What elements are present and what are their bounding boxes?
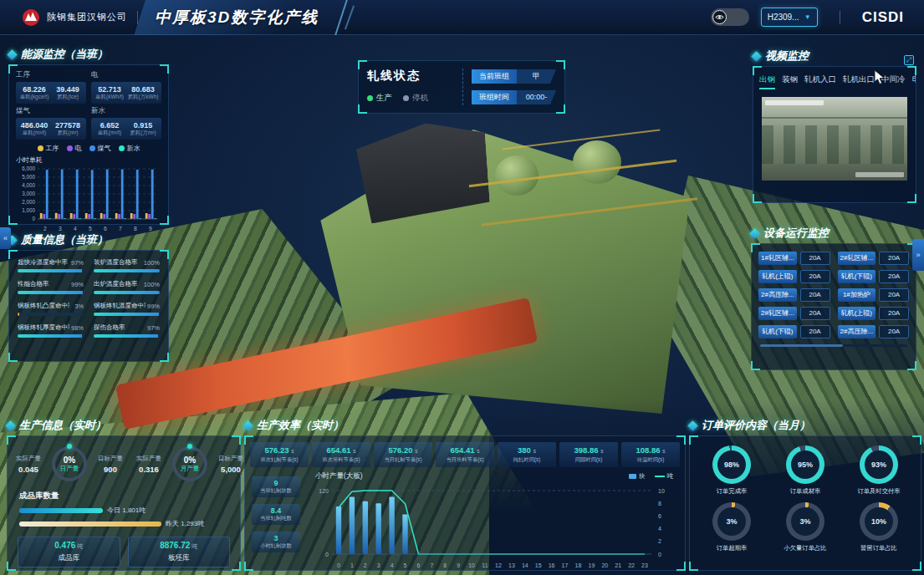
- efficiency-body: 9当班轧制块数8.4当班轧制吨数3小时轧制块数 小时产量(大板) 块吨 1200…: [245, 467, 685, 575]
- hourly-output-chart: 1200108642001234567891011121314151617181…: [304, 481, 682, 575]
- actual-output: 实际产量 0.316: [130, 455, 168, 474]
- energy-value-col: 68.226单耗(kgce/t): [18, 85, 51, 101]
- scrollbar-thumb[interactable]: [760, 344, 843, 347]
- ring-percent: 0%: [55, 455, 84, 465]
- energy-value-col: 277578累耗(m³): [51, 121, 84, 137]
- camera-tab-6[interactable]: 电加热: [912, 74, 916, 89]
- stat-value: 380 s: [498, 445, 556, 455]
- camera-tab-5[interactable]: 中间冷: [881, 74, 906, 89]
- status-dot-icon: [367, 95, 373, 101]
- energy-unit: 累耗(万m³): [126, 130, 160, 137]
- visibility-toggle[interactable]: [711, 8, 749, 26]
- efficiency-panel-title-text: 生产效率（实时）: [257, 418, 344, 433]
- equipment-name: 轧机(下辊): [758, 325, 797, 338]
- efficiency-stat-card: 398.86 s间隙时间(s): [559, 442, 618, 467]
- svg-text:8: 8: [134, 226, 137, 232]
- status-dot-icon: [403, 95, 409, 101]
- panel-expand-icon[interactable]: ⤢: [904, 55, 914, 65]
- page-title: 中厚板3D数字化产线: [155, 7, 319, 28]
- quality-panel-title: 质量信息（当班）: [8, 232, 169, 247]
- equipment-current-value: 20A: [879, 288, 909, 302]
- badge-label: 当前班组: [472, 69, 517, 84]
- right-collapse-handle[interactable]: »: [912, 239, 924, 271]
- energy-card-values: 52.713单耗(kWh/t)80.683累耗(万kWh): [91, 82, 161, 104]
- stat-value: 654.41 s: [436, 445, 494, 455]
- efficiency-panel-body: 576.23 s班次轧制节奏(s)654.61 s班次坯料节奏(s)576.20…: [244, 435, 686, 571]
- energy-legend-item: 电: [67, 144, 82, 153]
- energy-value-col: 486.040单耗(m³/t): [18, 121, 51, 137]
- stat-label: 待温时间(s): [621, 456, 680, 464]
- equipment-pair: 1#轧区辅...20A: [758, 252, 830, 265]
- order-gauge-label: 小欠量订单占比: [770, 544, 840, 552]
- svg-text:2,000: 2,000: [22, 199, 35, 205]
- svg-text:16: 16: [549, 562, 555, 568]
- svg-text:6: 6: [417, 562, 421, 568]
- energy-panel-title: 能源监控（当班）: [8, 47, 169, 62]
- badge-value: 甲: [517, 69, 556, 84]
- actual-output-value: 0.045: [9, 465, 48, 474]
- svg-text:23: 23: [641, 562, 648, 568]
- progress-fill: [94, 313, 159, 316]
- output-gauges: 实际产量 0.045 0% 日产量 目标产量 900 实际产量: [8, 436, 240, 481]
- legend-dot-icon: [89, 145, 95, 151]
- efficiency-panel: 生产效率（实时） 576.23 s班次轧制节奏(s)654.61 s班次坯料节奏…: [244, 418, 686, 571]
- energy-panel-body: 工序68.226单耗(kgce/t)39.449累耗(tce)电52.713单耗…: [8, 64, 169, 225]
- quality-metric-value: 97%: [71, 259, 84, 267]
- left-collapse-handle[interactable]: «: [0, 227, 11, 249]
- eye-icon: [712, 10, 727, 24]
- equipment-current-value: 20A: [879, 270, 909, 283]
- camera-feed[interactable]: [762, 97, 907, 181]
- energy-card-values: 6.652单耗(m³/t)0.915累耗(万m³): [91, 118, 161, 140]
- equipment-row: 2#高压除...20A1#加热炉20A: [758, 288, 909, 302]
- stat-value: 576.20 s: [374, 445, 432, 455]
- line-status-badges: 当前班组 甲 班组时间 00:00-12:00: [472, 69, 556, 105]
- equipment-current-value: 20A: [800, 288, 830, 302]
- equipment-rows: 1#轧区辅...20A2#轧区辅...20A轧机(上辊)20A轧机(下辊)20A…: [752, 244, 916, 338]
- energy-value: 80.683: [126, 85, 160, 94]
- camera-tab-2[interactable]: 装钢: [782, 74, 798, 89]
- stat-value: 108.86 s: [621, 445, 680, 455]
- energy-panel-title-text: 能源监控（当班）: [21, 47, 108, 62]
- shift-time-badge: 班组时间 00:00-12:00: [472, 90, 556, 104]
- energy-value: 486.040: [18, 121, 51, 130]
- svg-text:17: 17: [562, 562, 569, 568]
- equipment-current-value: 20A: [800, 307, 830, 320]
- quality-metric-label: 装炉温度合格率: [94, 258, 138, 267]
- daily-output-gauge: 实际产量 0.045 0% 日产量 目标产量 900: [9, 446, 130, 481]
- video-panel-title: 视频监控: [753, 48, 916, 64]
- quality-metric-label: 钢板终轧凸度命中率: [18, 302, 69, 310]
- quality-metric-value: 3%: [74, 303, 84, 310]
- ring-percent: 0%: [176, 455, 204, 465]
- video-panel: 视频监控 ⤢ 出钢装钢轧机入口轧机出口中间冷电加热: [753, 48, 916, 203]
- camera-tab-1[interactable]: 出钢: [759, 74, 775, 89]
- inventory-bars: 今日 1,801吨昨天 1,293吨: [19, 506, 228, 528]
- inventory-bar: [19, 508, 103, 513]
- finished-store-card: 0.476吨 成品库: [18, 537, 120, 567]
- energy-value: 52.713: [93, 85, 126, 94]
- vertical-divider: [462, 69, 463, 105]
- energy-card-name: 电: [91, 70, 161, 80]
- camera-tab-4[interactable]: 轧机出口: [843, 74, 875, 89]
- energy-card-name: 新水: [91, 106, 161, 116]
- quality-metric: 钢板终轧温度命中率99%: [94, 302, 160, 316]
- svg-text:2: 2: [658, 538, 661, 544]
- energy-value: 277578: [51, 121, 84, 130]
- svg-text:6: 6: [104, 226, 107, 232]
- order-donut-percent: 10%: [865, 507, 893, 536]
- quality-metric: 超快冷温度命中率97%: [18, 258, 84, 272]
- camera-tab-3[interactable]: 轧机入口: [804, 74, 836, 89]
- energy-cards: 工序68.226单耗(kgce/t)39.449累耗(tce)电52.713单耗…: [9, 65, 168, 140]
- energy-value-col: 80.683累耗(万kWh): [126, 85, 160, 101]
- header-slash-decor: [345, 5, 355, 29]
- inventory-bar-label: 今日 1,801吨: [107, 506, 145, 515]
- progress-track: [94, 334, 160, 338]
- heat-number-select[interactable]: H2309... ▼: [761, 8, 818, 27]
- energy-legend: 工序电煤气新水: [9, 144, 168, 153]
- equipment-panel-body: 1#轧区辅...20A2#轧区辅...20A轧机(上辊)20A轧机(下辊)20A…: [751, 243, 916, 370]
- inventory-bar-label: 昨天 1,293吨: [166, 519, 204, 528]
- equipment-current-value: 20A: [800, 270, 830, 283]
- quality-metric-top: 探伤合格率97%: [94, 323, 160, 332]
- top-header: 陕钢集团汉钢公司 中厚板3D数字化产线 H2309... ▼ CISDI: [0, 0, 924, 35]
- energy-value: 68.226: [18, 85, 51, 94]
- legend-dot-icon: [67, 145, 73, 151]
